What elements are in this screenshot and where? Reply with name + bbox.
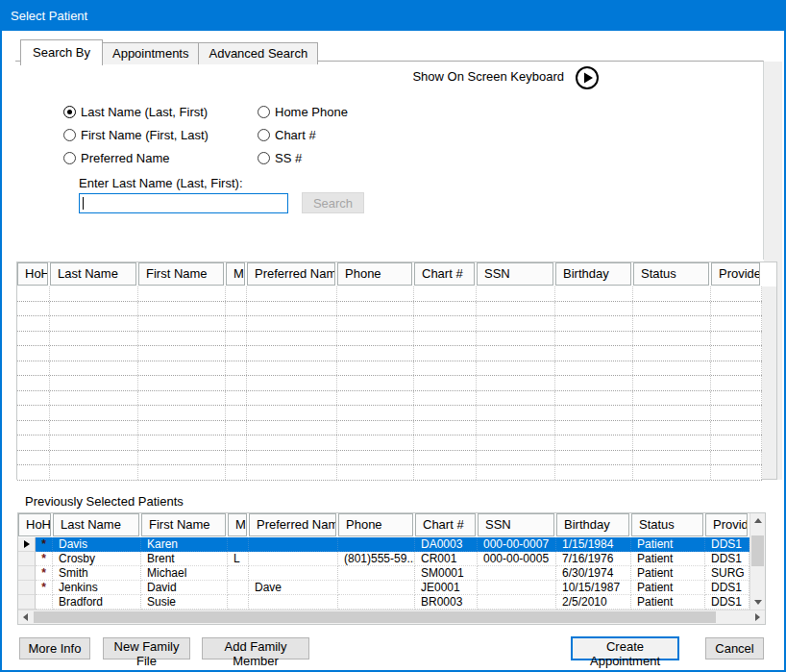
- empty-cell: [633, 451, 711, 465]
- play-icon[interactable]: [575, 65, 600, 90]
- scroll-left-icon[interactable]: [18, 610, 33, 624]
- radio-ss[interactable]: SS #: [258, 146, 348, 169]
- more-info-button[interactable]: More Info: [19, 637, 90, 660]
- titlebar[interactable]: Select Patient: [2, 2, 784, 31]
- vertical-scrollbar[interactable]: [749, 513, 765, 610]
- cell-hoh: *: [36, 537, 53, 552]
- column-header-ssn[interactable]: SSN: [477, 262, 553, 286]
- cell-phone: [338, 581, 415, 595]
- empty-cell: [477, 346, 555, 361]
- previous-patients-body: *DavisKarenDA0003000-00-00071/15/1984Pat…: [18, 537, 749, 610]
- column-header-provider[interactable]: Provider: [711, 262, 760, 286]
- radio-last-name-last-first[interactable]: Last Name (Last, First): [63, 100, 209, 123]
- cell-hoh: *: [36, 552, 53, 566]
- radio-circle-icon: [63, 129, 76, 141]
- create-appointment-button[interactable]: Create Appointment: [571, 636, 679, 660]
- tab-advanced-search[interactable]: Advanced Search: [198, 42, 318, 64]
- column-header-first-name[interactable]: First Name: [138, 262, 224, 286]
- column-header-ssn[interactable]: SSN: [478, 513, 554, 536]
- empty-cell: [555, 302, 633, 316]
- column-header-birthday[interactable]: Birthday: [556, 513, 629, 536]
- new-family-file-button[interactable]: New Family File: [103, 637, 190, 660]
- vertical-scroll-thumb[interactable]: [751, 535, 764, 566]
- column-header-hoh[interactable]: HoH: [18, 513, 51, 536]
- previously-selected-patients-grid: HoHLast NameFirst NameMIPreferred NamePh…: [18, 513, 749, 610]
- patient-row-smith[interactable]: *SmithMichaelSM00016/30/1974PatientSURG: [18, 566, 749, 581]
- column-header-last-name[interactable]: Last Name: [53, 513, 139, 536]
- empty-cell: [138, 391, 226, 406]
- empty-cell: [711, 332, 762, 346]
- empty-cell: [50, 346, 138, 361]
- column-header-mi[interactable]: MI: [226, 262, 245, 286]
- column-header-provider[interactable]: Provider: [705, 513, 748, 536]
- empty-cell: [555, 316, 633, 331]
- add-family-member-button[interactable]: Add Family Member: [202, 637, 309, 660]
- radio-home-phone[interactable]: Home Phone: [258, 100, 348, 123]
- patient-row-davis[interactable]: *DavisKarenDA0003000-00-00071/15/1984Pat…: [18, 537, 749, 552]
- cell-phone: (801)555-59...: [338, 552, 415, 566]
- cell-ssn: [478, 581, 556, 595]
- row-selector[interactable]: [18, 581, 36, 595]
- cell-phone: [338, 566, 415, 581]
- horizontal-scrollbar[interactable]: [18, 610, 765, 624]
- patient-row-jenkins[interactable]: *JenkinsDavidDaveJE000110/15/1987Patient…: [18, 581, 749, 595]
- horizontal-scroll-thumb[interactable]: [34, 611, 716, 623]
- empty-cell: [337, 406, 414, 420]
- column-header-hoh[interactable]: HoH: [17, 262, 48, 286]
- radio-preferred-name[interactable]: Preferred Name: [63, 146, 209, 169]
- cell-last-name: Jenkins: [53, 581, 141, 595]
- column-header-last-name[interactable]: Last Name: [50, 262, 136, 286]
- empty-cell: [477, 376, 555, 390]
- column-header-status[interactable]: Status: [633, 262, 709, 286]
- scroll-up-icon[interactable]: [750, 513, 765, 528]
- radio-chart[interactable]: Chart #: [258, 123, 348, 146]
- cell-birthday: 2/5/2010: [556, 595, 631, 610]
- empty-cell: [711, 451, 762, 465]
- tab-search-by[interactable]: Search By: [20, 39, 103, 65]
- empty-cell: [414, 436, 477, 450]
- empty-cell: [555, 346, 633, 361]
- patient-row-crosby[interactable]: *CrosbyBrentL(801)555-59...CR001000-00-0…: [18, 552, 749, 566]
- scroll-right-icon[interactable]: [750, 610, 765, 624]
- empty-cell: [711, 436, 762, 450]
- column-header-first-name[interactable]: First Name: [141, 513, 226, 536]
- column-header-phone[interactable]: Phone: [338, 513, 413, 536]
- column-header-chart[interactable]: Chart #: [414, 262, 475, 286]
- column-header-mi[interactable]: MI: [228, 513, 247, 536]
- empty-cell: [555, 391, 633, 406]
- empty-cell: [247, 376, 337, 390]
- row-selector[interactable]: [18, 552, 36, 566]
- column-header-preferred-name[interactable]: Preferred Name: [249, 513, 336, 536]
- row-selector[interactable]: [18, 537, 36, 552]
- column-header-status[interactable]: Status: [631, 513, 703, 536]
- cell-hoh: *: [36, 566, 53, 581]
- row-selector[interactable]: [18, 566, 36, 581]
- radio-first-name-first-last[interactable]: First Name (First, Last): [63, 123, 209, 146]
- tab-appointments[interactable]: Appointments: [102, 42, 200, 64]
- search-button[interactable]: Search: [302, 192, 364, 213]
- empty-cell: [17, 436, 50, 450]
- empty-cell: [17, 286, 50, 301]
- last-name-input[interactable]: [79, 193, 288, 213]
- empty-cell: [138, 465, 226, 480]
- column-header-phone[interactable]: Phone: [337, 262, 412, 286]
- empty-cell: [50, 302, 138, 316]
- row-selector[interactable]: [18, 595, 36, 610]
- cell-preferred-name: [249, 595, 338, 610]
- empty-cell: [555, 332, 633, 346]
- search-by-panel: Show On Screen Keyboard Last Name (Last,…: [15, 61, 764, 260]
- empty-cell: [633, 436, 711, 450]
- column-header-birthday[interactable]: Birthday: [555, 262, 631, 286]
- radio-label: Chart #: [275, 128, 316, 142]
- empty-cell: [247, 346, 337, 361]
- empty-cell: [414, 332, 477, 346]
- cancel-button[interactable]: Cancel: [705, 637, 764, 660]
- column-header-preferred-name[interactable]: Preferred Name: [247, 262, 335, 286]
- empty-cell: [50, 316, 138, 331]
- scroll-down-icon[interactable]: [750, 595, 765, 610]
- column-header-chart[interactable]: Chart #: [415, 513, 476, 536]
- cell-provider: DDS1: [705, 581, 749, 595]
- patient-row-bradford[interactable]: BradfordSusieBR00032/5/2010PatientDDS1: [18, 595, 749, 610]
- cell-chart-number: CR001: [415, 552, 478, 566]
- empty-cell: [50, 421, 138, 436]
